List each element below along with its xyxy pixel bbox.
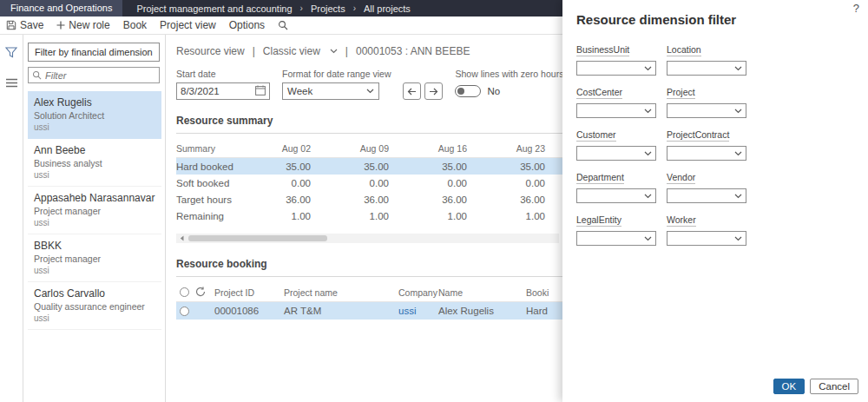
- summary-col-aug23[interactable]: Aug 23: [467, 143, 545, 154]
- chevron-right-icon: ›: [353, 3, 356, 13]
- filter-funnel-icon[interactable]: [5, 46, 17, 62]
- breadcrumb: Project management and accounting › Proj…: [136, 3, 410, 14]
- summary-cell: 1.00: [389, 211, 467, 221]
- summary-row-label: Remaining: [176, 211, 241, 221]
- field-vendor: Vendor: [667, 172, 746, 203]
- resource-list-item-appasaheb-narasannavar[interactable]: Appasaheb Narasannavar Project manager u…: [28, 187, 161, 234]
- help-icon[interactable]: ?: [853, 2, 859, 15]
- booking-cell-company-link[interactable]: ussi: [398, 306, 438, 316]
- chevron-down-icon: [734, 151, 742, 156]
- start-date-input[interactable]: [181, 86, 245, 96]
- select-all-checkbox[interactable]: [180, 287, 189, 297]
- department-combobox[interactable]: [576, 188, 656, 203]
- person-name: Ann Beebe: [34, 144, 155, 156]
- booking-col-project-id[interactable]: Project ID: [214, 287, 284, 298]
- breadcrumb-item-projects[interactable]: Projects: [311, 3, 345, 14]
- booking-col-name[interactable]: Name: [438, 287, 526, 298]
- row-radio-button[interactable]: [180, 306, 189, 316]
- toolbar-search-button[interactable]: [278, 20, 288, 30]
- arrow-left-icon: [407, 83, 417, 99]
- breadcrumb-item-all-projects[interactable]: All projects: [364, 3, 411, 14]
- customer-combobox[interactable]: [576, 146, 656, 161]
- location-combobox[interactable]: [667, 61, 746, 76]
- ok-button[interactable]: OK: [773, 379, 806, 394]
- breadcrumb-item-module[interactable]: Project management and accounting: [136, 3, 292, 14]
- project-view-label: Project view: [160, 19, 216, 31]
- booking-col-company[interactable]: Company: [398, 287, 438, 298]
- summary-col-aug02[interactable]: Aug 02: [241, 143, 311, 154]
- options-button[interactable]: Options: [229, 19, 265, 31]
- resource-list-item-alex-rugelis[interactable]: Alex Rugelis Solution Architect ussi: [28, 91, 161, 139]
- next-period-button[interactable]: [424, 82, 443, 100]
- resource-list-item-bbkk[interactable]: BBKK Project manager ussi: [28, 234, 161, 282]
- date-range-nav: [403, 82, 443, 100]
- field-businessunit: BusinessUnit: [576, 44, 656, 76]
- save-icon: [6, 20, 16, 30]
- refresh-icon[interactable]: [195, 287, 214, 299]
- resource-view-label[interactable]: Resource view: [176, 45, 245, 57]
- start-date-label: Start date: [176, 69, 270, 79]
- date-format-group: Format for date range view Week: [282, 69, 391, 100]
- person-company: ussi: [34, 170, 155, 180]
- start-date-group: Start date: [176, 69, 270, 100]
- previous-period-button[interactable]: [403, 82, 421, 100]
- scroll-left-icon[interactable]: [176, 234, 187, 243]
- worker-combobox[interactable]: [667, 231, 746, 246]
- chevron-down-icon: [366, 89, 374, 94]
- person-name: Appasaheb Narasannavar: [34, 192, 155, 204]
- resource-list-item-ann-beebe[interactable]: Ann Beebe Business analyst ussi: [28, 139, 161, 187]
- dialog-footer: OK Cancel: [773, 379, 858, 394]
- summary-cell: 36.00: [389, 194, 467, 205]
- resource-sidebar: Filter by financial dimension Alex Rugel…: [23, 35, 166, 402]
- search-icon: [278, 20, 288, 30]
- chevron-down-icon: [644, 109, 652, 114]
- person-role: Quality assurance engineer: [34, 301, 155, 312]
- businessunit-combobox[interactable]: [576, 61, 656, 76]
- costcenter-label: CostCenter: [576, 87, 622, 99]
- summary-col-label[interactable]: Summary: [176, 143, 241, 154]
- chevron-down-icon: [644, 66, 652, 71]
- chevron-down-icon: [734, 66, 742, 71]
- options-label: Options: [229, 19, 265, 31]
- new-role-label: New role: [69, 19, 109, 31]
- sidebar-filter-input[interactable]: [45, 70, 155, 81]
- costcenter-combobox[interactable]: [576, 103, 656, 118]
- summary-cell: 0.00: [241, 178, 311, 188]
- legalentity-combobox[interactable]: [576, 231, 656, 246]
- save-button[interactable]: Save: [6, 19, 43, 31]
- app-title[interactable]: Finance and Operations: [0, 0, 122, 16]
- classic-view-selector[interactable]: Classic view: [263, 45, 320, 57]
- resource-list-item-carlos-carvallo[interactable]: Carlos Carvallo Quality assurance engine…: [28, 282, 161, 330]
- summary-cell: 1.00: [241, 211, 311, 221]
- project-view-button[interactable]: Project view: [160, 19, 216, 31]
- booking-row-00001086[interactable]: 00001086 AR T&M ussi Alex Rugelis Hard: [176, 302, 582, 320]
- chevron-down-icon[interactable]: [330, 49, 338, 54]
- summary-col-aug16[interactable]: Aug 16: [389, 143, 467, 154]
- chevron-down-icon: [734, 194, 742, 199]
- booking-col-project-name[interactable]: Project name: [284, 287, 398, 298]
- person-role: Project manager: [34, 206, 155, 216]
- scrollbar-thumb[interactable]: [188, 235, 327, 241]
- date-format-value: Week: [287, 86, 312, 96]
- booking-header-row: Project ID Project name Company Name Boo…: [176, 283, 582, 302]
- chevron-down-icon: [734, 236, 742, 241]
- calendar-icon[interactable]: [255, 83, 266, 99]
- summary-col-aug09[interactable]: Aug 09: [311, 143, 389, 154]
- vendor-combobox[interactable]: [667, 188, 746, 203]
- person-name: BBKK: [34, 240, 155, 252]
- book-button[interactable]: Book: [123, 19, 147, 31]
- person-company: ussi: [34, 313, 155, 323]
- field-customer: Customer: [576, 129, 656, 161]
- list-view-icon[interactable]: [6, 76, 17, 91]
- filter-by-financial-dimension-button[interactable]: Filter by financial dimension: [28, 43, 160, 62]
- cancel-button[interactable]: Cancel: [810, 379, 858, 394]
- booking-cell-project-name: AR T&M: [284, 306, 398, 316]
- zero-hours-toggle[interactable]: [455, 85, 481, 97]
- horizontal-scrollbar[interactable]: [176, 234, 559, 243]
- projectcontract-combobox[interactable]: [667, 146, 746, 161]
- new-role-button[interactable]: New role: [56, 19, 109, 31]
- date-format-select[interactable]: Week: [282, 82, 379, 100]
- person-role: Solution Architect: [34, 110, 155, 121]
- project-combobox[interactable]: [667, 103, 746, 118]
- date-format-label: Format for date range view: [282, 69, 391, 79]
